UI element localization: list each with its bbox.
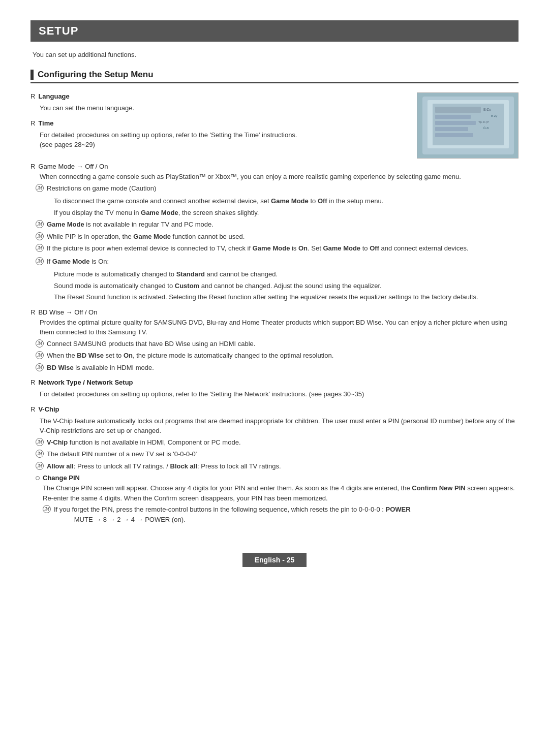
network-desc: For detailed procedures on setting up op… bbox=[40, 389, 518, 399]
item-v-chip: R V-Chip The V-Chip feature automaticall… bbox=[30, 405, 518, 528]
game-mode-label: Game Mode → Off / On bbox=[38, 163, 108, 170]
time-bullet: R bbox=[30, 119, 35, 127]
item-time-header: R Time bbox=[30, 119, 407, 129]
change-pin-note-1: ℳ If you forget the PIN, press the remot… bbox=[43, 505, 518, 524]
bd-note-2: ℳ When the BD Wise set to On, the pictur… bbox=[36, 351, 518, 361]
vchip-notes: ℳ V-Chip function is not available in HD… bbox=[36, 437, 518, 471]
sub-note-2: If you display the TV menu in Game Mode,… bbox=[54, 208, 518, 218]
item-network-header: R Network Type / Network Setup bbox=[30, 379, 518, 388]
item-language-header: R Language bbox=[30, 92, 407, 102]
vchip-note-text-1: V-Chip function is not available in HDMI… bbox=[47, 437, 241, 448]
sub-note-1: To disconnect the game console and conne… bbox=[54, 196, 518, 206]
note-poor-picture: ℳ If the picture is poor when external d… bbox=[36, 243, 518, 254]
svg-rect-5 bbox=[435, 115, 471, 119]
language-desc: You can set the menu language. bbox=[40, 103, 407, 113]
svg-text:E·Zo: E·Zo bbox=[483, 108, 491, 111]
note-icon-vc3: ℳ bbox=[36, 462, 44, 470]
game-mode-sub-notes: To disconnect the game console and conne… bbox=[54, 196, 518, 217]
time-label: Time bbox=[38, 119, 53, 127]
note-restrictions: ℳ Restrictions on game mode (Caution) bbox=[36, 183, 518, 194]
note-pip: ℳ While PIP is in operation, the Game Mo… bbox=[36, 232, 518, 242]
item-game-mode-header: R Game Mode → Off / On bbox=[30, 163, 518, 170]
note-icon-ifon: ℳ bbox=[36, 257, 44, 265]
note-if-on: ℳ If Game Mode is On: bbox=[36, 257, 518, 267]
change-pin-content: Change PIN The Change PIN screen will ap… bbox=[43, 474, 518, 527]
item-time: R Time For detailed procedures on settin… bbox=[30, 119, 407, 150]
bd-note-1: ℳ Connect SAMSUNG products that have BD … bbox=[36, 339, 518, 349]
content-main: R Language You can set the menu language… bbox=[30, 92, 407, 156]
note-icon-3: ℳ bbox=[36, 244, 44, 252]
item-game-mode: R Game Mode → Off / On When connecting a… bbox=[30, 163, 518, 302]
game-mode-ifon: ℳ If Game Mode is On: bbox=[36, 257, 518, 267]
note-text-1: Game Mode is not available in regular TV… bbox=[47, 219, 214, 230]
note-text-2: While PIP is in operation, the Game Mode… bbox=[47, 232, 245, 242]
vchip-label: V-Chip bbox=[38, 405, 59, 413]
bd-note-text-2: When the BD Wise set to On, the picture … bbox=[47, 351, 333, 361]
change-pin-note-text: If you forget the PIN, press the remote-… bbox=[54, 505, 411, 524]
note-icon-bd1: ℳ bbox=[36, 339, 44, 348]
vchip-note-3: ℳ Allow all: Press to unlock all TV rati… bbox=[36, 461, 518, 471]
game-mode-desc: When connecting a game console such as P… bbox=[40, 172, 518, 182]
note-icon-cp1: ℳ bbox=[43, 505, 51, 513]
svg-rect-6 bbox=[435, 121, 476, 125]
note-icon-vc2: ℳ bbox=[36, 450, 44, 458]
game-mode-extra-notes: ℳ Game Mode is not available in regular … bbox=[36, 219, 518, 254]
item-network-type: R Network Type / Network Setup For detai… bbox=[30, 379, 518, 399]
intro-text: You can set up additional functions. bbox=[33, 51, 518, 58]
note-restrictions-text: Restrictions on game mode (Caution) bbox=[47, 183, 156, 194]
svg-text:Ñ·Zi: Ñ·Zi bbox=[483, 127, 489, 130]
note-game-not-available: ℳ Game Mode is not available in regular … bbox=[36, 219, 518, 230]
change-pin-label: Change PIN bbox=[43, 474, 80, 482]
language-label: Language bbox=[38, 92, 69, 100]
circle-bullet-change-pin bbox=[36, 476, 40, 480]
footer-badge: English - 25 bbox=[242, 553, 307, 567]
vchip-desc: The V-Chip feature automatically locks o… bbox=[40, 416, 518, 436]
game-mode-bullet: R bbox=[30, 163, 35, 170]
game-mode-notes: ℳ Restrictions on game mode (Caution) bbox=[36, 183, 518, 194]
item-change-pin: Change PIN The Change PIN screen will ap… bbox=[36, 474, 518, 527]
bd-wise-notes: ℳ Connect SAMSUNG products that have BD … bbox=[36, 339, 518, 373]
ifon-note-3: The Reset Sound function is activated. S… bbox=[54, 292, 518, 302]
note-icon-vc1: ℳ bbox=[36, 438, 44, 446]
ifon-note-2: Sound mode is automatically changed to C… bbox=[54, 281, 518, 291]
note-icon-bd3: ℳ bbox=[36, 363, 44, 371]
main-content: R Language You can set the menu language… bbox=[30, 92, 518, 159]
bd-note-text-1: Connect SAMSUNG products that have BD Wi… bbox=[47, 339, 255, 349]
language-bullet: R bbox=[30, 92, 35, 100]
vchip-note-text-3: Allow all: Press to unlock all TV rating… bbox=[47, 461, 281, 471]
svg-text:Yp Zi·(P: Yp Zi·(P bbox=[478, 120, 489, 123]
network-bullet: R bbox=[30, 379, 35, 386]
svg-rect-4 bbox=[435, 107, 481, 113]
change-pin-desc: The Change PIN screen will appear. Choos… bbox=[43, 483, 518, 503]
footer: English - 25 bbox=[30, 553, 518, 567]
item-bd-wise-header: R BD Wise → Off / On bbox=[30, 308, 518, 316]
game-mode-ifon-notes: Picture mode is automatically changed to… bbox=[54, 269, 518, 302]
time-desc: For detailed procedures on setting up op… bbox=[40, 130, 407, 150]
svg-text:B·Zy: B·Zy bbox=[491, 114, 497, 117]
note-ifon-text: If Game Mode is On: bbox=[47, 257, 109, 267]
note-icon-1: ℳ bbox=[36, 220, 44, 228]
note-icon-restrictions: ℳ bbox=[36, 184, 44, 192]
section-bar bbox=[30, 70, 34, 80]
item-bd-wise: R BD Wise → Off / On Provides the optima… bbox=[30, 308, 518, 373]
vchip-note-2: ℳ The default PIN number of a new TV set… bbox=[36, 449, 518, 459]
bd-wise-desc: Provides the optimal picture quality for… bbox=[40, 318, 518, 337]
note-icon-2: ℳ bbox=[36, 232, 44, 240]
section-heading: Configuring the Setup Menu bbox=[30, 70, 518, 83]
section-title: Configuring the Setup Menu bbox=[38, 70, 154, 80]
vchip-note-1: ℳ V-Chip function is not available in HD… bbox=[36, 437, 518, 448]
page-title: SETUP bbox=[30, 20, 518, 42]
bd-note-text-3: BD Wise is available in HDMI mode. bbox=[47, 363, 154, 373]
vchip-bullet: R bbox=[30, 405, 35, 413]
tv-image-graphic: E·Zo B·Zy Yp Zi·(P Ñ·Zi bbox=[417, 93, 518, 158]
vchip-note-text-2: The default PIN number of a new TV set i… bbox=[47, 449, 197, 459]
svg-rect-7 bbox=[435, 127, 468, 131]
ifon-note-1: Picture mode is automatically changed to… bbox=[54, 269, 518, 279]
svg-rect-8 bbox=[435, 133, 473, 137]
note-text-3: If the picture is poor when external dev… bbox=[47, 243, 469, 254]
network-label: Network Type / Network Setup bbox=[38, 379, 133, 386]
note-icon-bd2: ℳ bbox=[36, 351, 44, 359]
bd-note-3: ℳ BD Wise is available in HDMI mode. bbox=[36, 363, 518, 373]
change-pin-notes: ℳ If you forget the PIN, press the remot… bbox=[43, 505, 518, 524]
tv-image: E·Zo B·Zy Yp Zi·(P Ñ·Zi bbox=[417, 92, 518, 159]
